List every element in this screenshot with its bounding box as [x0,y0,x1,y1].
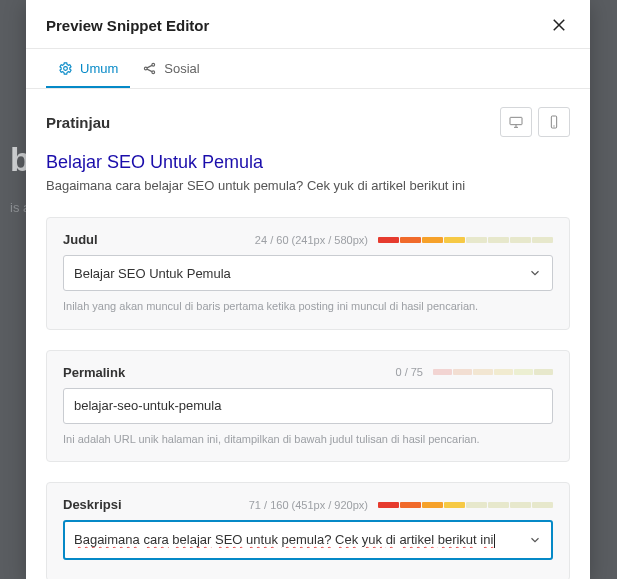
close-icon [550,16,568,34]
tab-social-label: Sosial [164,61,199,76]
title-input[interactable]: Belajar SEO Untuk Pemula [63,255,553,291]
field-title: Judul 24 / 60 (241px / 580px) Belajar SE… [46,217,570,329]
gear-icon [58,61,73,76]
preview-header: Pratinjau [46,107,570,137]
device-mobile-button[interactable] [538,107,570,137]
description-input-value: Bagaimana cara belajar SEO untuk pemula?… [74,532,528,548]
field-permalink-gauge [433,369,553,375]
tab-social[interactable]: Sosial [130,49,211,88]
desktop-icon [508,114,524,130]
share-icon [142,61,157,76]
chevron-down-icon [528,533,542,547]
title-input-value: Belajar SEO Untuk Pemula [74,266,528,281]
field-permalink-counter: 0 / 75 [395,366,423,378]
svg-point-1 [145,67,148,70]
field-description-counter: 71 / 160 (451px / 920px) [249,499,368,511]
field-title-help: Inilah yang akan muncul di baris pertama… [63,299,553,314]
svg-point-2 [152,63,155,66]
serp-title: Belajar SEO Untuk Pemula [46,151,570,174]
close-button[interactable] [548,14,570,36]
field-description-gauge [378,502,553,508]
permalink-input-value: belajar-seo-untuk-pemula [74,398,542,413]
svg-rect-4 [510,117,522,124]
field-description: Deskripsi 71 / 160 (451px / 920px) Bagai… [46,482,570,579]
preview-label: Pratinjau [46,114,110,131]
tab-bar: Umum Sosial [26,49,590,89]
field-permalink-help: Ini adalah URL unik halaman ini, ditampi… [63,432,553,447]
modal-title: Preview Snippet Editor [46,17,209,34]
mobile-icon [546,114,562,130]
modal-header: Preview Snippet Editor [26,0,590,49]
field-title-label: Judul [63,232,98,247]
svg-point-0 [64,67,68,71]
tab-general-label: Umum [80,61,118,76]
device-desktop-button[interactable] [500,107,532,137]
field-permalink: Permalink 0 / 75 belajar-seo-untuk-pemul… [46,350,570,462]
modal-body: Pratinjau Belajar SEO Untuk Pemula Bagai… [26,89,590,579]
svg-point-3 [152,71,155,74]
description-input[interactable]: Bagaimana cara belajar SEO untuk pemula?… [63,520,553,560]
snippet-editor-modal: Preview Snippet Editor Umum Sosial Prati… [26,0,590,579]
tab-general[interactable]: Umum [46,49,130,88]
device-toggle-group [500,107,570,137]
chevron-down-icon [528,266,542,280]
permalink-input[interactable]: belajar-seo-untuk-pemula [63,388,553,424]
field-description-label: Deskripsi [63,497,122,512]
field-title-gauge [378,237,553,243]
field-permalink-label: Permalink [63,365,125,380]
field-title-counter: 24 / 60 (241px / 580px) [255,234,368,246]
serp-description: Bagaimana cara belajar SEO untuk pemula?… [46,178,570,193]
